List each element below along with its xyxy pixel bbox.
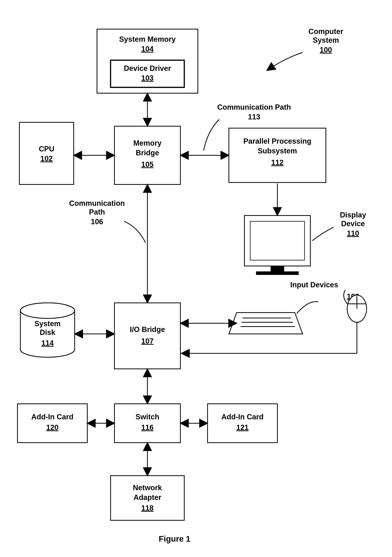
display-device: Display Device 110 xyxy=(244,211,366,275)
net-adapter-label-2: Adapter xyxy=(133,493,161,501)
io-bridge-box: I/O Bridge 107 xyxy=(114,303,180,369)
overall-system-label: Computer System 100 xyxy=(268,27,343,70)
svg-rect-9 xyxy=(114,303,180,369)
addin-left-num: 120 xyxy=(46,423,58,432)
overall-label-line2: System xyxy=(313,36,339,44)
memory-bridge-num: 105 xyxy=(141,160,153,169)
addin-right-num: 121 xyxy=(236,423,248,432)
device-driver-label: Device Driver xyxy=(124,64,171,73)
svg-rect-7 xyxy=(271,266,284,271)
diagram-canvas: Computer System 100 System Memory 104 De… xyxy=(0,0,392,557)
net-adapter-num: 118 xyxy=(141,504,153,512)
cpu-box: CPU 102 xyxy=(19,122,74,184)
display-label-2: Device xyxy=(341,220,365,228)
memory-bridge-label-1: Memory xyxy=(133,139,161,147)
svg-rect-6 xyxy=(250,221,304,260)
keyboard-icon xyxy=(229,312,303,334)
display-num: 110 xyxy=(347,229,359,238)
network-adapter-box: Network Adapter 118 xyxy=(111,476,184,520)
net-adapter-label-1: Network xyxy=(133,483,162,492)
addin-right-label: Add-In Card xyxy=(221,413,264,421)
svg-rect-18 xyxy=(17,404,87,443)
pps-label-1: Parallel Processing xyxy=(243,137,312,145)
switch-box: Switch 116 xyxy=(114,404,180,443)
overall-label-line1: Computer xyxy=(308,27,343,35)
svg-text:Path: Path xyxy=(89,208,105,216)
system-disk: System Disk 114 xyxy=(20,303,75,357)
svg-rect-4 xyxy=(229,128,326,182)
cpu-label: CPU xyxy=(39,145,54,153)
system-disk-num: 114 xyxy=(41,339,54,347)
input-devices: Input Devices 108 xyxy=(182,281,367,353)
switch-num: 116 xyxy=(141,423,153,432)
svg-rect-19 xyxy=(208,404,277,443)
addin-left-label: Add-In Card xyxy=(31,413,73,421)
system-disk-label-1: System xyxy=(34,319,61,328)
io-bridge-label: I/O Bridge xyxy=(130,325,165,334)
input-devices-label: Input Devices xyxy=(290,281,338,289)
svg-text:Communication Path: Communication Path xyxy=(217,103,291,111)
io-bridge-num: 107 xyxy=(141,337,153,345)
svg-text:106: 106 xyxy=(91,218,103,226)
svg-text:Communication: Communication xyxy=(69,199,125,207)
addin-card-right-box: Add-In Card 121 xyxy=(208,404,277,443)
addin-card-left-box: Add-In Card 120 xyxy=(17,404,87,443)
svg-point-11 xyxy=(20,303,75,318)
system-memory-num: 104 xyxy=(141,45,153,53)
system-memory-box: System Memory 104 Device Driver 103 xyxy=(97,29,198,93)
switch-label: Switch xyxy=(136,413,159,421)
cpu-num: 102 xyxy=(40,155,53,163)
overall-num: 100 xyxy=(320,46,332,54)
svg-rect-8 xyxy=(256,271,299,275)
pps-num: 112 xyxy=(271,158,283,167)
system-memory-label: System Memory xyxy=(119,35,176,43)
svg-rect-17 xyxy=(114,404,180,443)
memory-bridge-label-2: Bridge xyxy=(136,149,159,157)
figure-caption: Figure 1 xyxy=(159,534,190,543)
pps-box: Parallel Processing Subsystem 112 xyxy=(229,128,326,182)
svg-rect-3 xyxy=(19,122,74,184)
svg-text:113: 113 xyxy=(248,113,260,121)
memory-bridge-box: Memory Bridge 105 xyxy=(114,126,180,184)
system-disk-label-2: Disk xyxy=(40,328,56,336)
display-label-1: Display xyxy=(340,211,366,219)
device-driver-num: 103 xyxy=(141,74,153,82)
comm-path-106-label: Communication Path 106 xyxy=(69,199,145,243)
pps-label-2: Subsystem xyxy=(258,147,297,155)
